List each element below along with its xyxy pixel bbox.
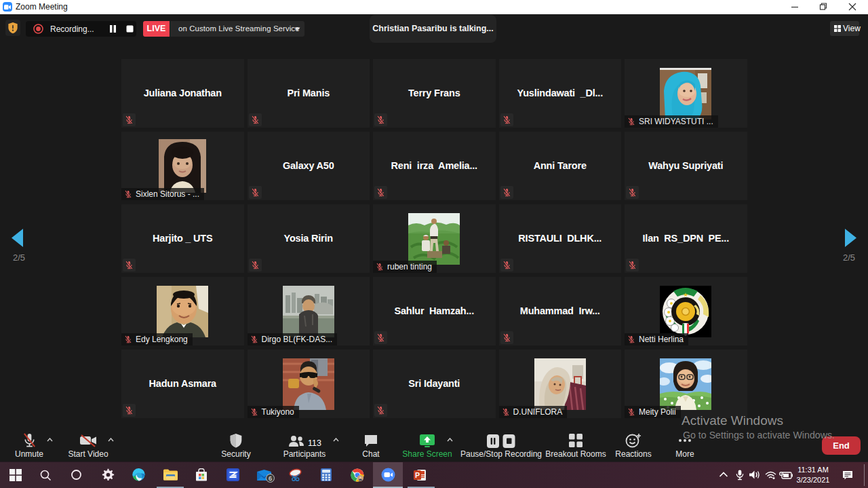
svg-text:P: P [414,471,419,479]
